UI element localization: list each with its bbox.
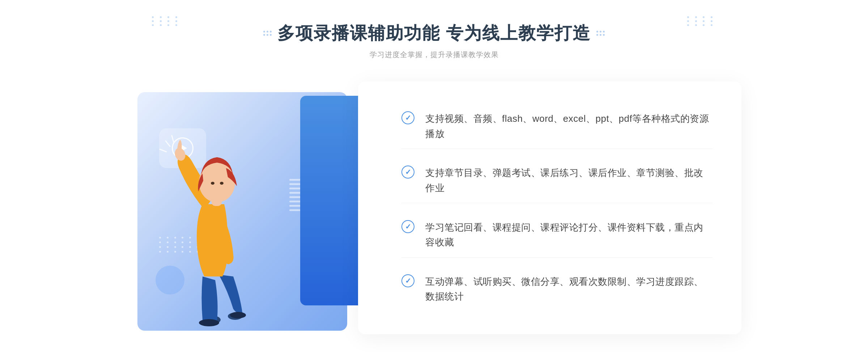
check-icon-2: ✓ bbox=[405, 168, 411, 176]
person-illustration bbox=[156, 125, 282, 334]
check-icon-4: ✓ bbox=[405, 277, 411, 284]
feature-item-1: ✓ 支持视频、音频、flash、word、excel、ppt、pdf等各种格式的… bbox=[401, 104, 712, 149]
svg-point-3 bbox=[230, 312, 246, 318]
check-icon-1: ✓ bbox=[405, 114, 411, 121]
check-circle-4: ✓ bbox=[401, 274, 414, 287]
svg-line-9 bbox=[166, 141, 170, 146]
title-dots-right bbox=[687, 16, 716, 45]
main-title-text: 多项录播课辅助功能 专为线上教学打造 bbox=[277, 22, 590, 45]
page-subtitle: 学习进度全掌握，提升录播课教学效果 bbox=[263, 50, 604, 60]
check-icon-3: ✓ bbox=[405, 223, 411, 230]
title-deco-left bbox=[263, 31, 272, 36]
feature-item-2: ✓ 支持章节目录、弹题考试、课后练习、课后作业、章节测验、批改作业 bbox=[401, 158, 712, 203]
illustration-area bbox=[127, 81, 358, 334]
svg-point-8 bbox=[220, 182, 224, 185]
svg-point-6 bbox=[199, 163, 235, 202]
svg-point-2 bbox=[199, 319, 219, 326]
feature-item-3: ✓ 学习笔记回看、课程提问、课程评论打分、课件资料下载，重点内容收藏 bbox=[401, 213, 712, 258]
title-dots-left bbox=[152, 16, 181, 45]
svg-line-10 bbox=[160, 149, 166, 152]
feature-text-4: 互动弹幕、试听购买、微信分享、观看次数限制、学习进度跟踪、数据统计 bbox=[425, 274, 712, 304]
svg-line-11 bbox=[172, 136, 174, 142]
feature-text-3: 学习笔记回看、课程提问、课程评论打分、课件资料下载，重点内容收藏 bbox=[425, 220, 712, 250]
check-circle-3: ✓ bbox=[401, 220, 414, 233]
feature-text-1: 支持视频、音频、flash、word、excel、ppt、pdf等各种格式的资源… bbox=[425, 111, 712, 141]
content-area: » bbox=[127, 81, 741, 334]
title-deco-right bbox=[596, 31, 605, 36]
svg-point-7 bbox=[211, 182, 214, 185]
check-circle-1: ✓ bbox=[401, 111, 414, 124]
feature-item-4: ✓ 互动弹幕、试听购买、微信分享、观看次数限制、学习进度跟踪、数据统计 bbox=[401, 267, 712, 312]
page-wrapper: 多项录播课辅助功能 专为线上教学打造 学习进度全掌握，提升录播课教学效果 » bbox=[0, 0, 868, 352]
feature-text-2: 支持章节目录、弹题考试、课后练习、课后作业、章节测验、批改作业 bbox=[425, 166, 712, 196]
check-circle-2: ✓ bbox=[401, 166, 414, 179]
page-title: 多项录播课辅助功能 专为线上教学打造 bbox=[263, 22, 604, 45]
header-section: 多项录播课辅助功能 专为线上教学打造 学习进度全掌握，提升录播课教学效果 bbox=[263, 22, 604, 60]
features-section: ✓ 支持视频、音频、flash、word、excel、ppt、pdf等各种格式的… bbox=[358, 81, 741, 334]
